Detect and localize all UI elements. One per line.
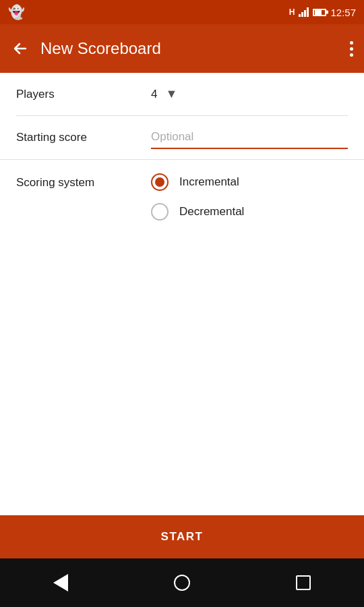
start-button[interactable]: START: [0, 515, 364, 558]
nav-home-icon: [174, 575, 190, 591]
radio-circle-decremental: [151, 203, 169, 221]
overflow-menu-button[interactable]: [350, 41, 353, 57]
radio-option-decremental[interactable]: Decremental: [151, 203, 348, 221]
players-label: Players: [16, 88, 151, 101]
starting-score-input[interactable]: [151, 126, 348, 148]
players-value-wrapper: 4 ▼: [151, 87, 348, 101]
radio-option-incremental[interactable]: Incremental: [151, 173, 348, 191]
nav-bar: [0, 558, 364, 607]
starting-score-value-wrapper: [151, 126, 348, 149]
nav-recents-icon: [296, 575, 311, 590]
toolbar: New Scoreboard: [0, 24, 364, 73]
radio-inner-incremental: [155, 177, 164, 187]
starting-score-row: Starting score: [16, 116, 348, 159]
starting-score-label: Starting score: [16, 131, 151, 144]
nav-back-button[interactable]: [42, 564, 80, 602]
form-content: Players 4 ▼ Starting score: [0, 73, 364, 159]
scoring-system-label: Scoring system: [16, 173, 151, 190]
signal-icon: [299, 7, 309, 17]
dropdown-arrow-icon: ▼: [165, 87, 177, 101]
players-row: Players 4 ▼: [16, 73, 348, 116]
status-time: 12:57: [330, 7, 356, 18]
radio-circle-incremental: [151, 173, 169, 191]
nav-home-button[interactable]: [163, 564, 201, 602]
players-selected-value: 4: [151, 88, 157, 101]
back-button[interactable]: [11, 39, 30, 58]
dot2: [350, 47, 353, 51]
status-bar-left: 👻: [8, 4, 289, 20]
scoring-system-content: Scoring system Incremental Decremental: [0, 160, 364, 234]
players-dropdown[interactable]: 4 ▼: [151, 87, 177, 101]
nav-back-icon: [53, 574, 68, 591]
battery-fill: [315, 10, 322, 15]
nav-recents-button[interactable]: [284, 564, 322, 602]
scoring-system-row: Scoring system Incremental Decremental: [16, 160, 348, 234]
page-title: New Scoreboard: [40, 39, 339, 58]
ghost-icon: 👻: [8, 4, 25, 20]
starting-score-input-wrapper: [151, 126, 348, 149]
radio-label-decremental: Decremental: [179, 205, 244, 219]
battery-icon: [313, 9, 326, 16]
radio-group: Incremental Decremental: [151, 173, 348, 221]
status-bar: 👻 H 12:57: [0, 0, 364, 24]
dot3: [350, 53, 353, 57]
h-signal-indicator: H: [289, 7, 295, 17]
status-bar-right: H 12:57: [289, 7, 356, 18]
start-button-label: START: [161, 530, 204, 544]
radio-label-incremental: Incremental: [179, 175, 239, 189]
dot1: [350, 41, 353, 45]
